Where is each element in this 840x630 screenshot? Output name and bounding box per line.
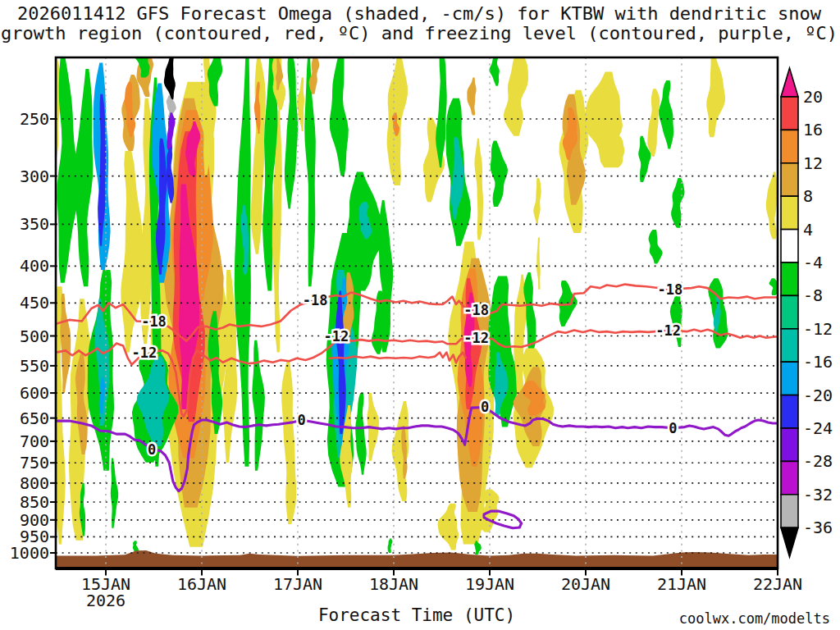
colorbar-box bbox=[781, 196, 798, 229]
y-tick-label: 450 bbox=[20, 293, 49, 313]
colorbar-tick-label: -8 bbox=[803, 285, 823, 305]
y-tick-label: 700 bbox=[20, 431, 49, 451]
x-tick-label: 18JAN bbox=[369, 574, 418, 594]
dendritic-contour-label: -12 bbox=[655, 322, 681, 339]
x-tick-label: 21JAN bbox=[657, 574, 706, 594]
freezing-level-contour-label: 0 bbox=[298, 412, 306, 428]
omega-cross-section-chart: 2026011412 GFS Forecast Omega (shaded, -… bbox=[0, 0, 840, 630]
freezing-level-contour-label: 0 bbox=[481, 399, 489, 415]
x-tick-label: 20JAN bbox=[561, 574, 610, 594]
chart-title-line2: growth region (contoured, red, ºC) and f… bbox=[1, 23, 838, 43]
colorbar-tick-label: -32 bbox=[803, 485, 833, 504]
y-tick-label: 400 bbox=[20, 256, 49, 276]
colorbar-tick-label: -36 bbox=[803, 518, 833, 537]
x-tick-label: 22JAN bbox=[753, 574, 802, 594]
colorbar-box bbox=[781, 395, 798, 428]
y-tick-label: 750 bbox=[20, 453, 49, 472]
dendritic-contour-label: -18 bbox=[463, 302, 489, 318]
colorbar-box bbox=[781, 329, 798, 362]
omega-cross-section-screenshot: 2026011412 GFS Forecast Omega (shaded, -… bbox=[0, 0, 840, 630]
dendritic-contour-label: -12 bbox=[131, 345, 157, 361]
colorbar-box bbox=[781, 130, 798, 162]
freezing-level-contour-label: 0 bbox=[148, 441, 156, 458]
y-tick-label: 800 bbox=[20, 473, 49, 493]
dendritic-contour-label: -18 bbox=[141, 313, 167, 330]
colorbar-tick-label: 12 bbox=[803, 153, 823, 173]
dendritic-contour-label: -12 bbox=[323, 328, 349, 345]
colorbar-box bbox=[781, 230, 798, 262]
colorbar-box bbox=[781, 495, 798, 527]
colorbar-tick-label: -20 bbox=[803, 386, 833, 405]
colorbar-tick-label: 20 bbox=[803, 87, 823, 107]
dendritic-contour-label: -18 bbox=[658, 281, 683, 298]
watermark-link[interactable]: coolwx.com/modelts bbox=[679, 610, 830, 627]
colorbar-box bbox=[781, 97, 798, 130]
colorbar-box bbox=[781, 163, 798, 196]
freezing-level-contour-label: 0 bbox=[669, 420, 677, 436]
colorbar-box bbox=[781, 262, 798, 295]
y-tick-label: 650 bbox=[20, 409, 49, 428]
colorbar-tick-label: -24 bbox=[803, 418, 833, 438]
y-tick-label: 550 bbox=[20, 356, 49, 376]
y-tick-label: 500 bbox=[20, 326, 49, 346]
y-tick-label: 350 bbox=[20, 214, 49, 234]
y-tick-label: 1000 bbox=[10, 543, 49, 563]
colorbar-box bbox=[781, 428, 798, 461]
colorbar-box bbox=[781, 295, 798, 328]
x-axis-year-label: 2026 bbox=[86, 591, 126, 610]
x-tick-label: 19JAN bbox=[465, 574, 514, 594]
colorbar-tick-label: -4 bbox=[803, 253, 823, 272]
y-tick-label: 850 bbox=[20, 492, 49, 512]
colorbar-box bbox=[781, 362, 798, 395]
y-tick-label: 300 bbox=[20, 167, 49, 186]
colorbar-tick-label: -16 bbox=[803, 352, 833, 372]
colorbar-tick-label: 16 bbox=[803, 120, 823, 139]
y-tick-label: 600 bbox=[20, 383, 49, 403]
chart-title-line1: 2026011412 GFS Forecast Omega (shaded, -… bbox=[17, 3, 822, 24]
dendritic-contour-label: -12 bbox=[463, 330, 489, 346]
x-tick-label: 17JAN bbox=[273, 574, 322, 594]
colorbar-tick-label: 8 bbox=[803, 186, 813, 206]
colorbar-tick-label: 4 bbox=[803, 220, 813, 240]
colorbar-tick-label: -12 bbox=[803, 319, 833, 339]
colorbar-tick-label: -28 bbox=[803, 451, 833, 471]
x-tick-label: 16JAN bbox=[177, 574, 226, 594]
x-axis-title: Forecast Time (UTC) bbox=[318, 605, 515, 625]
dendritic-contour-label: -18 bbox=[303, 292, 328, 308]
colorbar-box bbox=[781, 461, 798, 494]
y-tick-label: 250 bbox=[20, 109, 49, 129]
